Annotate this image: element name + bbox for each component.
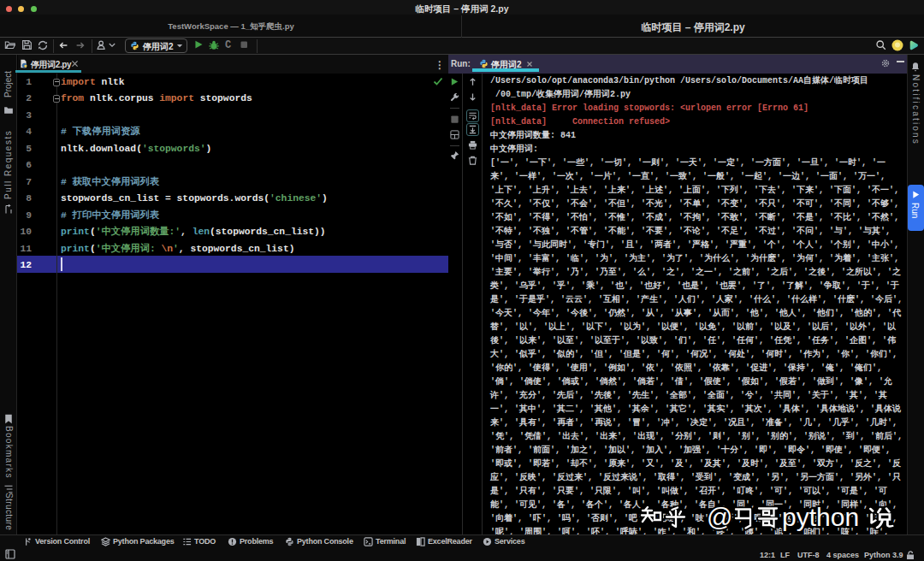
svg-text:@: @ — [707, 503, 732, 531]
svg-text:python: python — [782, 503, 859, 531]
